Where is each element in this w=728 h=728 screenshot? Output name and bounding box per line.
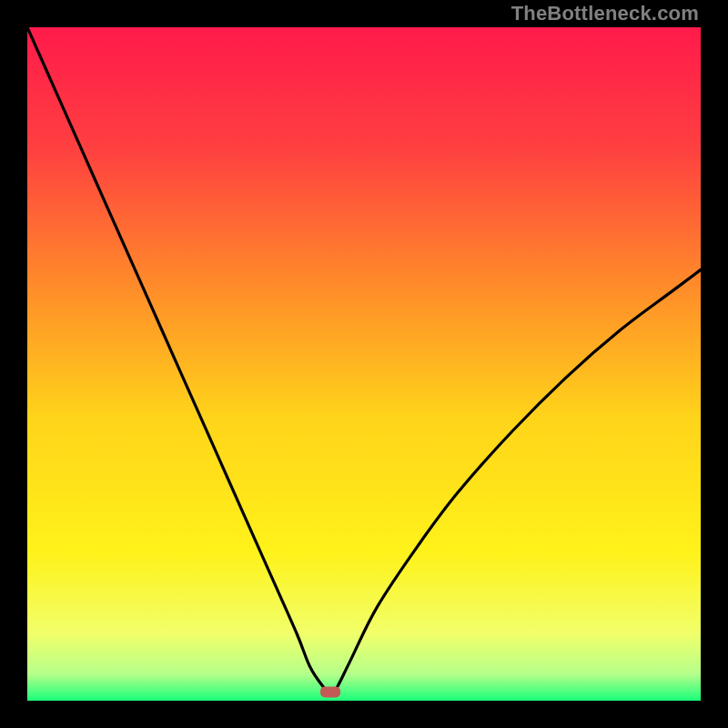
- gradient-background: [27, 27, 701, 701]
- watermark-text: TheBottleneck.com: [511, 2, 699, 25]
- chart-frame: TheBottleneck.com: [0, 0, 728, 728]
- plot-area: [27, 27, 701, 701]
- chart-svg: [27, 27, 701, 701]
- minimum-marker: [320, 686, 340, 697]
